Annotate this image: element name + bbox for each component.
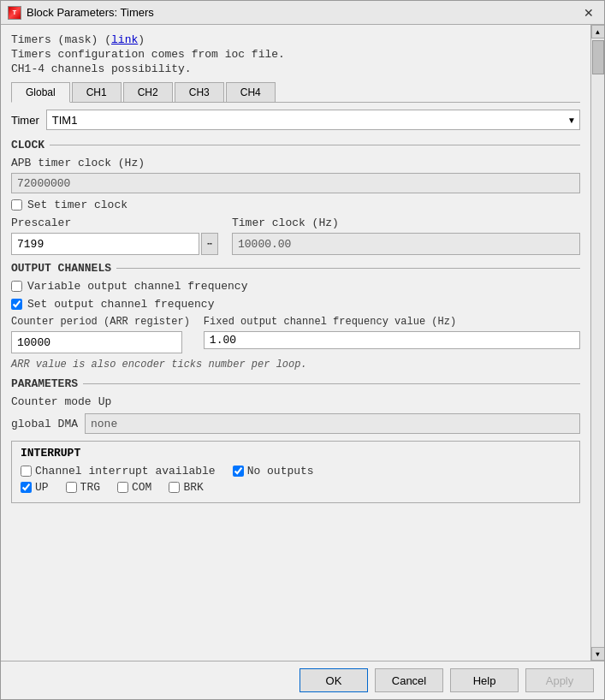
prescaler-section: Prescaler ⋯ Timer clock (Hz)	[11, 217, 580, 255]
variable-freq-label: Variable output channel frequency	[27, 280, 247, 293]
ok-button[interactable]: OK	[300, 668, 368, 692]
prescaler-label: Prescaler	[11, 217, 218, 229]
counter-mode-value: Up	[98, 395, 112, 408]
interrupt-row-1: Channel interrupt available No outputs	[21, 465, 571, 478]
header-line1: Timers (mask) (link)	[11, 33, 580, 46]
main-panel: Timers (mask) (link) Timers configuratio…	[1, 25, 590, 661]
header-info: Timers (mask) (link) Timers configuratio…	[11, 33, 580, 75]
header-line2: Timers configuration comes from ioc file…	[11, 48, 580, 61]
prescaler-input[interactable]	[11, 233, 199, 255]
global-dma-row: global DMA	[11, 413, 580, 434]
com-checkbox[interactable]	[117, 482, 128, 493]
channel-interrupt-checkbox[interactable]	[21, 466, 32, 477]
global-dma-label: global DMA	[11, 418, 78, 430]
brk-item: BRK	[169, 481, 203, 494]
timer-clock-col: Timer clock (Hz)	[232, 217, 580, 255]
scroll-up-arrow[interactable]: ▲	[591, 25, 605, 39]
apb-label: APB timer clock (Hz)	[11, 157, 580, 169]
brk-checkbox[interactable]	[169, 482, 180, 493]
clock-header-text: CLOCK	[11, 139, 44, 151]
set-freq-checkbox[interactable]	[11, 299, 22, 310]
set-freq-label: Set output channel frequency	[27, 298, 214, 311]
header-line3: CH1-4 channels possibility.	[11, 62, 580, 75]
counter-mode-label: Counter mode	[11, 395, 92, 408]
counter-period-input[interactable]	[11, 331, 182, 353]
fixed-freq-input[interactable]	[204, 331, 580, 349]
close-button[interactable]: ✕	[580, 6, 597, 20]
set-freq-row: Set output channel frequency	[11, 298, 580, 311]
variable-freq-checkbox[interactable]	[11, 281, 22, 292]
counter-mode-row: Counter mode Up	[11, 395, 580, 408]
prescaler-input-row: ⋯	[11, 233, 218, 255]
clock-section: CLOCK APB timer clock (Hz) Set timer clo…	[11, 139, 580, 211]
tab-global[interactable]: Global	[11, 82, 70, 103]
help-button[interactable]: Help	[450, 668, 519, 692]
scroll-track[interactable]	[591, 39, 605, 647]
set-timer-clock-checkbox[interactable]	[11, 199, 22, 211]
no-outputs-item: No outputs	[233, 465, 314, 478]
counter-freq-row: Counter period (ARR register) Fixed outp…	[11, 316, 580, 353]
select-arrow-icon: ▼	[567, 116, 576, 125]
parameters-section: PARAMETERS Counter mode Up global DMA	[11, 377, 580, 434]
up-label: UP	[35, 481, 49, 494]
link-text[interactable]: link	[111, 33, 138, 46]
apb-input[interactable]	[11, 173, 580, 193]
com-item: COM	[117, 481, 151, 494]
set-timer-clock-row: Set timer clock	[11, 199, 580, 211]
prescaler-dots-button[interactable]: ⋯	[201, 233, 218, 255]
tab-ch2[interactable]: CH2	[123, 82, 173, 102]
interrupt-row-2: UP TRG COM BRK	[21, 481, 571, 494]
scrollbar[interactable]: ▲ ▼	[590, 25, 604, 661]
no-outputs-checkbox[interactable]	[233, 466, 244, 477]
tab-ch3[interactable]: CH3	[175, 82, 224, 102]
counter-col: Counter period (ARR register)	[11, 316, 190, 353]
timer-select-value: TIM1	[52, 114, 78, 127]
set-timer-clock-label: Set timer clock	[27, 199, 128, 211]
parameters-header-text: PARAMETERS	[11, 377, 78, 390]
global-dma-input[interactable]	[85, 413, 580, 434]
output-channels-line	[116, 268, 580, 269]
window-icon: T	[8, 6, 21, 20]
channel-interrupt-item: Channel interrupt available	[21, 465, 216, 478]
tab-ch1[interactable]: CH1	[72, 82, 122, 102]
apply-button[interactable]: Apply	[525, 668, 594, 692]
scroll-down-arrow[interactable]: ▼	[591, 647, 605, 661]
up-checkbox[interactable]	[21, 482, 32, 493]
tabs-container: Global CH1 CH2 CH3 CH4	[11, 82, 580, 103]
freq-col: Fixed output channel frequency value (Hz…	[204, 316, 580, 349]
timer-clock-label: Timer clock (Hz)	[232, 217, 580, 229]
clock-section-line	[50, 145, 580, 145]
content-area: Timers (mask) (link) Timers configuratio…	[1, 25, 604, 661]
scroll-thumb[interactable]	[592, 40, 604, 74]
interrupt-header: INTERRUPT	[21, 447, 571, 460]
trg-label: TRG	[80, 481, 100, 494]
output-channels-header-text: OUTPUT CHANNELS	[11, 262, 111, 275]
footer: OK Cancel Help Apply	[1, 661, 604, 699]
clock-header: CLOCK	[11, 139, 580, 151]
cancel-button[interactable]: Cancel	[375, 668, 443, 692]
interrupt-section: INTERRUPT Channel interrupt available No…	[11, 441, 580, 503]
tab-ch4[interactable]: CH4	[226, 82, 276, 102]
timer-clock-input[interactable]	[232, 233, 580, 255]
apb-input-container	[11, 173, 580, 193]
timer-select[interactable]: TIM1 ▼	[46, 110, 580, 130]
trg-item: TRG	[66, 481, 100, 494]
main-window: T Block Parameters: Timers ✕ Timers (mas…	[0, 0, 605, 700]
window-title: Block Parameters: Timers	[27, 6, 154, 19]
output-channels-header: OUTPUT CHANNELS	[11, 262, 580, 275]
up-item: UP	[21, 481, 49, 494]
output-channels-section: OUTPUT CHANNELS Variable output channel …	[11, 262, 580, 371]
trg-checkbox[interactable]	[66, 482, 77, 493]
header-paren-close: )	[138, 33, 145, 46]
parameters-line	[83, 383, 580, 384]
com-label: COM	[132, 481, 151, 494]
no-outputs-label: No outputs	[247, 465, 314, 478]
parameters-header: PARAMETERS	[11, 377, 580, 390]
counter-period-label: Counter period (ARR register)	[11, 316, 190, 328]
variable-freq-row: Variable output channel frequency	[11, 280, 580, 293]
title-bar: T Block Parameters: Timers ✕	[1, 1, 604, 25]
timers-mask-text: Timers (mask) (	[11, 33, 111, 46]
prescaler-col: Prescaler ⋯	[11, 217, 218, 255]
timer-label: Timer	[11, 114, 39, 127]
fixed-freq-label: Fixed output channel frequency value (Hz…	[204, 316, 580, 328]
